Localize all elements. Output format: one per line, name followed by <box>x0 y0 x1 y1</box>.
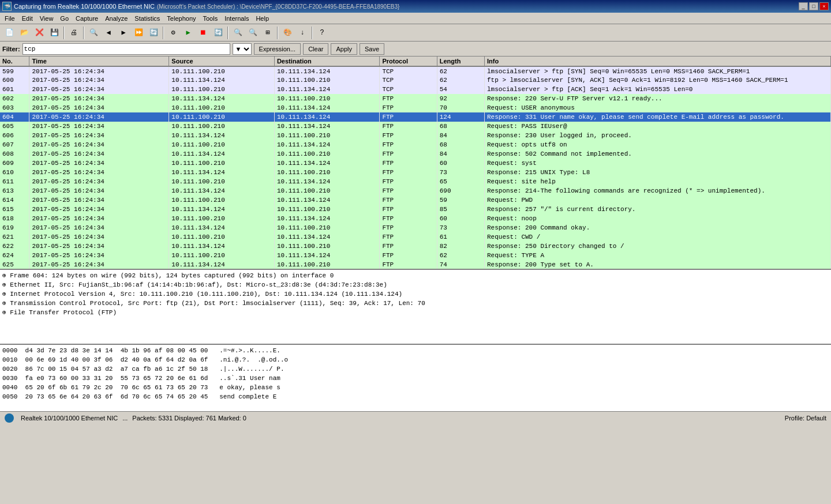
zoom-in[interactable]: 🔍 <box>231 26 245 40</box>
cell-6: Response: 200 Type set to A. <box>485 260 831 269</box>
cell-3: 10.111.134.124 <box>274 112 380 122</box>
col-protocol[interactable]: Protocol <box>380 57 437 66</box>
table-row[interactable]: 6212017-05-25 16:24:3410.111.100.21010.1… <box>0 232 831 242</box>
table-row[interactable]: 6042017-05-25 16:24:3410.111.100.21010.1… <box>0 112 831 122</box>
detail-line[interactable]: ⊕ Internet Protocol Version 4, Src: 10.1… <box>2 289 829 299</box>
cell-4: FTP <box>380 223 437 232</box>
menu-item-go[interactable]: Go <box>57 14 72 23</box>
menu-item-capture[interactable]: Capture <box>72 14 102 23</box>
col-source[interactable]: Source <box>169 57 275 66</box>
col-no[interactable]: No. <box>0 57 29 66</box>
table-row[interactable]: 6062017-05-25 16:24:3410.111.134.12410.1… <box>0 131 831 140</box>
table-row[interactable]: 6242017-05-25 16:24:3410.111.100.21010.1… <box>0 251 831 260</box>
cell-6: Request: TYPE A <box>485 251 831 260</box>
color-button[interactable]: 🎨 <box>280 26 294 40</box>
cell-0: 601 <box>0 85 29 94</box>
go-button[interactable]: ⏩ <box>132 26 145 40</box>
menu-item-help[interactable]: Help <box>252 14 272 23</box>
cell-1: 2017-05-25 16:24:34 <box>29 131 169 140</box>
cell-0: 625 <box>0 260 29 269</box>
table-row[interactable]: 6192017-05-25 16:24:3410.111.134.12410.1… <box>0 223 831 232</box>
menu-item-analyze[interactable]: Analyze <box>102 14 131 23</box>
save-filter-button[interactable]: Save <box>360 43 384 55</box>
cell-5: 62 <box>437 76 484 85</box>
col-time[interactable]: Time <box>29 57 169 66</box>
packet-list-container[interactable]: No. Time Source Destination Protocol Len… <box>0 57 831 270</box>
table-row[interactable]: 6142017-05-25 16:24:3410.111.100.21010.1… <box>0 195 831 205</box>
detail-line[interactable]: ⊕ Frame 604: 124 bytes on wire (992 bits… <box>2 271 829 280</box>
close-button[interactable]: × <box>819 2 829 10</box>
table-row[interactable]: 6102017-05-25 16:24:3410.111.134.12410.1… <box>0 168 831 177</box>
table-row[interactable]: 5992017-05-25 16:24:3410.111.100.21010.1… <box>0 66 831 76</box>
forward-button[interactable]: ▶ <box>117 26 130 40</box>
menu-item-view[interactable]: View <box>36 14 57 23</box>
help-button[interactable]: ? <box>315 26 329 40</box>
col-length[interactable]: Length <box>437 57 484 66</box>
save-button[interactable]: 💾 <box>47 26 61 40</box>
close-capture[interactable]: ❌ <box>32 26 46 40</box>
filter-input[interactable]: tcp <box>23 43 230 55</box>
table-row[interactable]: 6152017-05-25 16:24:3410.111.134.12410.1… <box>0 205 831 214</box>
col-destination[interactable]: Destination <box>274 57 380 66</box>
cell-0: 611 <box>0 177 29 186</box>
table-row[interactable]: 6012017-05-25 16:24:3410.111.100.21010.1… <box>0 85 831 94</box>
detail-line[interactable]: ⊕ Ethernet II, Src: FujianSt_1b:96:af (1… <box>2 280 829 289</box>
table-row[interactable]: 6252017-05-25 16:24:3410.111.134.12410.1… <box>0 260 831 269</box>
hex-container[interactable]: 0000 d4 3d 7e 23 d8 3e 14 14 4b 1b 96 af… <box>0 345 831 411</box>
find-button[interactable]: 🔍 <box>87 26 100 40</box>
cell-6: lmsocialserver > ftp [ACK] Seq=1 Ack=1 W… <box>485 85 831 94</box>
menu-item-file[interactable]: File <box>1 14 18 23</box>
normal-size[interactable]: ⊞ <box>261 26 275 40</box>
cell-2: 10.111.134.124 <box>169 260 275 269</box>
expression-button[interactable]: Expression... <box>254 43 301 55</box>
table-row[interactable]: 6132017-05-25 16:24:3410.111.134.12410.1… <box>0 186 831 195</box>
maximize-button[interactable]: □ <box>809 2 818 10</box>
table-row[interactable]: 6072017-05-25 16:24:3410.111.100.21010.1… <box>0 140 831 149</box>
cell-4: TCP <box>380 85 437 94</box>
capture-options[interactable]: ⚙ <box>166 26 180 40</box>
table-row[interactable]: 6182017-05-25 16:24:3410.111.100.21010.1… <box>0 214 831 223</box>
table-row[interactable]: 6112017-05-25 16:24:3410.111.100.21010.1… <box>0 177 831 186</box>
cell-0: 600 <box>0 76 29 85</box>
filter-dropdown[interactable]: ▼ <box>233 43 252 55</box>
cell-5: 68 <box>437 140 484 149</box>
zoom-out[interactable]: 🔍 <box>246 26 260 40</box>
new-button[interactable]: 📄 <box>2 26 16 40</box>
cell-4: FTP <box>380 195 437 205</box>
minimize-button[interactable]: _ <box>799 2 808 10</box>
menu-item-statistics[interactable]: Statistics <box>131 14 163 23</box>
detail-line[interactable]: ⊕ File Transfer Protocol (FTP) <box>2 308 829 317</box>
menu-item-telephony[interactable]: Telephony <box>163 14 199 23</box>
detail-line[interactable]: ⊕ Transmission Control Protocol, Src Por… <box>2 299 829 308</box>
col-info[interactable]: Info <box>485 57 831 66</box>
cell-2: 10.111.100.210 <box>169 232 275 242</box>
table-row[interactable]: 6092017-05-25 16:24:3410.111.100.21010.1… <box>0 159 831 168</box>
cell-2: 10.111.100.210 <box>169 66 275 76</box>
back-button[interactable]: ◀ <box>102 26 115 40</box>
cell-6: Request: opts utf8 on <box>485 140 831 149</box>
reload-button[interactable]: 🔄 <box>147 26 160 40</box>
table-row[interactable]: 6032017-05-25 16:24:3410.111.100.21010.1… <box>0 103 831 112</box>
table-row[interactable]: 6002017-05-25 16:24:3410.111.134.12410.1… <box>0 76 831 85</box>
cell-4: FTP <box>380 214 437 223</box>
table-row[interactable]: 6052017-05-25 16:24:3410.111.100.21010.1… <box>0 122 831 131</box>
cell-4: FTP <box>380 242 437 251</box>
table-row[interactable]: 6222017-05-25 16:24:3410.111.134.12410.1… <box>0 242 831 251</box>
autoscroll-button[interactable]: ↓ <box>295 26 309 40</box>
stop-capture[interactable]: ⏹ <box>196 26 210 40</box>
cell-3: 10.111.100.210 <box>274 242 380 251</box>
cell-6: Request: CWD / <box>485 232 831 242</box>
restart-capture[interactable]: 🔄 <box>211 26 225 40</box>
cell-6: Request: PASS IEUser@ <box>485 122 831 131</box>
print-button[interactable]: 🖨 <box>67 26 81 40</box>
table-row[interactable]: 6022017-05-25 16:24:3410.111.134.12410.1… <box>0 94 831 103</box>
detail-container[interactable]: ⊕ Frame 604: 124 bytes on wire (992 bits… <box>0 270 831 345</box>
apply-button[interactable]: Apply <box>331 43 357 55</box>
open-button[interactable]: 📂 <box>17 26 31 40</box>
menu-item-edit[interactable]: Edit <box>18 14 36 23</box>
menu-item-internals[interactable]: Internals <box>221 14 252 23</box>
menu-item-tools[interactable]: Tools <box>200 14 222 23</box>
start-capture[interactable]: ▶ <box>181 26 195 40</box>
table-row[interactable]: 6082017-05-25 16:24:3410.111.134.12410.1… <box>0 149 831 159</box>
clear-button[interactable]: Clear <box>303 43 328 55</box>
